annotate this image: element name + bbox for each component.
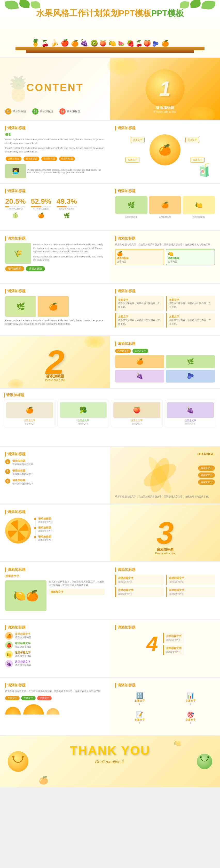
slide13-tag2: 文案文字: [21, 696, 36, 700]
slide3-left: 请添加标题 概要 Please replace the text content…: [0, 121, 110, 183]
content-label: CONTENT: [26, 82, 83, 93]
tag4: 请添加标题: [59, 157, 75, 161]
slide6-card1-title: 文案文字: [118, 298, 162, 302]
slide11-left-sub: 这里是文字: [5, 574, 105, 578]
orange-half-2: [23, 704, 44, 715]
slide5-cards: 🍊 请添加标题 文字内容 🍋 请添加标题 文字内容: [115, 249, 215, 266]
orange-main: 🍊: [149, 134, 181, 165]
slide13-right-title: 请添加标题: [115, 683, 215, 688]
slide5-content: 🌾 Please replace the text content, click…: [5, 243, 105, 264]
right-item4-label: 文案文字: [168, 718, 213, 722]
thankyou-decoration-2: [197, 754, 212, 769]
right-item3-num: 3: [117, 722, 162, 724]
icon-circle-2: 02: [32, 108, 38, 115]
right-item2-num: 2: [168, 703, 213, 705]
slide3-right: 请添加标题 🍊 文案文字 文案文字 文案文字 文案文字 🧃: [110, 121, 220, 183]
list-item-1-content: 请添加标题 请添加标题内容文字: [12, 459, 33, 466]
icon-label-2: 请添加标题: [40, 110, 53, 113]
slide11-text: 请添加标题内容文字，点击添加相关标题文字，简要叙述文字内容，方便您对本人内容的了…: [49, 580, 105, 611]
slide13-right: 请添加标题 🔢 文案文字 1 📊 文案文字 2 📝 文案文字 3 🎯 文案文字 …: [110, 678, 220, 735]
slide6-card4-title: 文案文字: [169, 315, 213, 318]
slide7-tag1: 这里是文字: [115, 349, 131, 353]
list-item-2-text: 请添加标题内容文字: [12, 472, 33, 476]
slide6-card1-text: 请添加文字内容，简要叙述文字内容，方便了解。: [118, 302, 162, 309]
juice-bottle: 🧃: [196, 162, 212, 178]
photo-box-2: 🍊: [149, 196, 181, 214]
slide5-title: 请添加标题: [5, 236, 105, 241]
photo-label-3: 优质水果套装: [183, 216, 215, 218]
number-subtitle: 请添加标题 Please add a title: [110, 105, 220, 113]
icon-label-3: 请添加标题: [67, 110, 80, 113]
slide7-right: 请添加标题 这里是文字 这里是文字 🍊 🌿 🍇 🫐: [110, 336, 220, 388]
orange-splash-bg: [134, 450, 186, 501]
card-label-3: 这里是文字: [113, 419, 160, 422]
slide7-img2: 🌿: [166, 355, 215, 368]
slide12-icon-4: 🍇: [5, 660, 13, 668]
slide6-card2-title: 文案文字: [169, 298, 213, 302]
slide12-title: 请添加标题: [5, 625, 105, 630]
card-item-4: 🍇 这里是文字 请添加文字: [165, 400, 216, 427]
slide6-card2: 文案文字 请添加文字内容，简要叙述文字内容，方便了解。: [166, 296, 215, 311]
slide5-image: 🌾: [5, 243, 31, 264]
card2-icon: 🍋: [168, 251, 213, 257]
stat-3: 49.3% 196每单人已购买 🌿: [57, 197, 77, 218]
slide3-sub: 概要: [5, 132, 105, 137]
info-card-1: 这里标题文字 请添加文字内容: [115, 575, 164, 585]
slide-4cards: 请添加标题 🍊 这里是文字 请添加文字 🥦 这里是文字 请添加文字 🍑 这里是文…: [0, 389, 220, 446]
slide-cards-number4: 请添加标题 🍊 这里标题文字 请添加文字内容 🍎 这里标题文字 请添加文字内容 …: [0, 620, 220, 677]
thankyou-decoration: [8, 751, 28, 772]
slide3-body2: Please replace the text content, click t…: [5, 147, 105, 153]
orange-icon: 🍊: [159, 144, 171, 156]
stats-left: 请添加标题 20.5% 196每单人已购买 🍈 52.9% 174每单人已购买 …: [0, 184, 110, 230]
large-orange-circle: 1: [146, 69, 184, 108]
icon-item-2: 02 请添加标题: [32, 108, 53, 115]
list-item-1-text: 请添加标题内容文字: [12, 463, 33, 466]
slide12-item-4-text: 这里标题文字 请添加文字内容: [15, 660, 31, 667]
info-card-3-title: 这里标题文字: [118, 588, 162, 592]
slide6-body: Please replace the text content, click t…: [5, 319, 105, 326]
tag2: 请添加标题: [24, 157, 39, 161]
card1-icon: 🍊: [117, 251, 162, 257]
number-3: 3: [157, 515, 174, 551]
info-card-3-text: 请添加文字内容: [118, 592, 162, 595]
slide7-img4: 🫐: [166, 370, 215, 382]
card-text-3: 请添加文字: [113, 422, 160, 425]
slide9-left: 请添加标题 1 请添加标题 请添加标题内容文字 2 请添加标题 请添加标题内容文…: [0, 447, 110, 503]
stat-1: 20.5% 196每单人已购买 🍈: [5, 197, 26, 218]
badge-3: 3: [5, 478, 10, 484]
orange-half-3: [47, 708, 59, 715]
timeline-text-3: 请添加文字内容: [38, 538, 105, 541]
orange-slice-big: [5, 518, 31, 544]
slide6-card2-text: 请添加文字内容，简要叙述文字内容，方便了解。: [169, 302, 213, 309]
right-item1-icon: 🔢: [117, 692, 162, 699]
slide5-body2: Please replace the text content, click t…: [33, 255, 105, 262]
list-item-1-title: 请添加标题: [12, 459, 33, 463]
slide-info-cards: 请添加标题 这里是文字 🍋🍊 请添加标题内容文字，点击添加相关标题文字，简要叙述…: [0, 562, 220, 619]
right-tag2: 请添加文字: [198, 472, 215, 478]
list-item-3-text: 请添加标题内容文字: [12, 482, 33, 486]
slide6-photos: 🌿 🍊: [5, 296, 105, 317]
icon-item-1: 01 请添加标题: [5, 108, 26, 115]
slide11-right-title: 请添加标题: [115, 567, 215, 572]
card1-title: 请添加标题: [117, 257, 162, 260]
slide12-item-3: 🍋 这里标题文字 请添加文字内容: [5, 651, 105, 658]
slide6-card3-text: 请添加文字内容，简要叙述文字内容，方便了解。: [118, 318, 162, 326]
tag-text2: 请添加标题: [26, 266, 45, 271]
card-label-2: 这里是文字: [60, 419, 107, 422]
slide12-item-2: 🍎 这里标题文字 请添加文字内容: [5, 641, 105, 649]
slide7-right-title: 请添加标题: [115, 342, 215, 346]
stats-right-title: 请添加标题: [115, 189, 215, 193]
slide10-left: 请添加标题 请添加标题 请添加文字内容 请添加标题 请添加文字内容 请添加标题: [0, 504, 110, 561]
slide12-icon-3: 🍋: [5, 651, 13, 658]
card-img-2: 🥦: [60, 402, 107, 418]
right-tag3: 请添加文字: [198, 479, 215, 485]
slide-numbered-list: 请添加标题 1 请添加标题 请添加标题内容文字 2 请添加标题 请添加标题内容文…: [0, 447, 220, 503]
card-item-1: 🍊 这里是文字 请添加文字: [4, 400, 56, 427]
slide5-right-text: 请添加标题内容文字，点击添加相关标题文字，简要叙述文字内容，方便您对本人内容的了…: [115, 243, 215, 247]
stats-row: 20.5% 196每单人已购买 🍈 52.9% 174每单人已购买 🍊 49.3…: [5, 197, 105, 218]
slide6-photo1: 🌿: [5, 296, 36, 317]
slide12-item-1: 🍊 这里标题文字 请添加文字内容: [5, 632, 105, 640]
slide13-tag3: 文案文字: [37, 696, 52, 700]
slide-text-image: 请添加标题 🌾 Please replace the text content,…: [0, 231, 220, 283]
info-card-4: 这里标题文字 请添加文字内容: [166, 587, 215, 597]
